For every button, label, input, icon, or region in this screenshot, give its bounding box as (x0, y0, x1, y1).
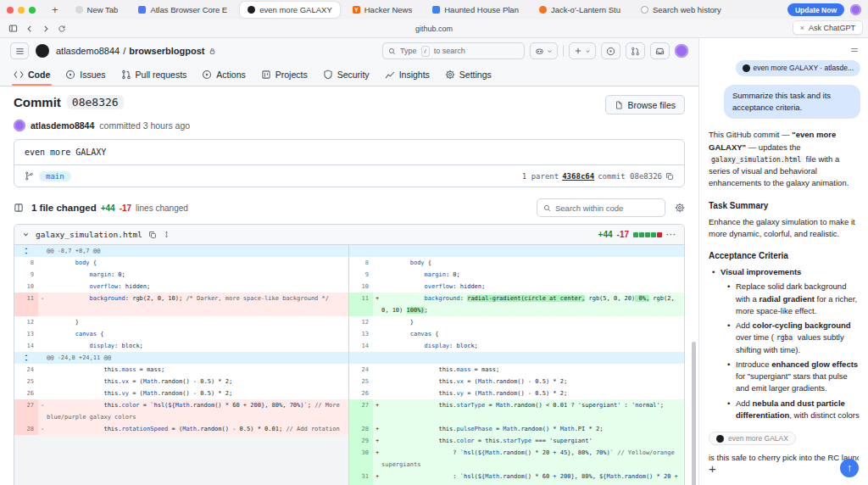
diff-cell-left: 10 overflow: hidden; (14, 281, 349, 293)
line-number[interactable]: 24 (349, 364, 373, 376)
page-scrollbar[interactable] (692, 342, 696, 485)
issues-button[interactable] (601, 42, 620, 59)
browse-files-button[interactable]: Browse files (605, 95, 685, 114)
copy-icon[interactable] (148, 231, 157, 239)
line-number[interactable]: 26 (14, 387, 38, 399)
line-number[interactable]: 10 (14, 281, 38, 293)
line-number[interactable]: 10 (349, 281, 373, 293)
line-number[interactable]: 9 (14, 269, 38, 281)
breadcrumb-repo[interactable]: browserblogpost (129, 46, 204, 56)
address-url[interactable]: github.com (170, 25, 698, 33)
close-icon[interactable]: × (800, 24, 804, 32)
expand-up-down-icon[interactable] (163, 230, 170, 239)
browser-profile-avatar[interactable] (850, 4, 861, 15)
chevron-down-icon[interactable] (22, 231, 30, 238)
diff-marker (38, 269, 47, 281)
line-number[interactable]: 24 (14, 364, 38, 376)
update-now-button[interactable]: Update Now (787, 3, 844, 16)
parent-sha-link[interactable]: 4368c64 (562, 172, 594, 181)
tab-even-more-galaxy[interactable]: even more GALAXY (240, 2, 340, 18)
create-new-button[interactable] (569, 42, 596, 59)
repo-tab-security[interactable]: Security (316, 64, 376, 86)
diff-marker (38, 364, 47, 376)
breadcrumb-owner[interactable]: atlasdemo8844 (56, 46, 120, 56)
diff-file-name[interactable]: galaxy_simulation.html (36, 230, 142, 239)
line-number[interactable]: 25 (349, 376, 373, 387)
diff-cell-right: 24 this.mass = mass; (349, 364, 684, 376)
line-number[interactable]: 12 (14, 316, 38, 328)
forward-icon[interactable] (42, 25, 50, 33)
github-logo-icon[interactable] (36, 44, 49, 58)
attach-plus-button[interactable]: + (709, 462, 716, 475)
files-changed-label[interactable]: 1 file changed (31, 203, 97, 213)
tab-jack-o-lantern-stu[interactable]: Jack-o'-Lantern Stu (531, 2, 628, 18)
line-number[interactable]: 26 (349, 387, 373, 399)
tab-haunted-house-plan[interactable]: Haunted House Plan (425, 2, 526, 18)
send-button[interactable]: ↑ (840, 459, 859, 477)
author-avatar[interactable] (14, 120, 25, 131)
chat-transcript[interactable]: even more GALAXY · atlasde... Summarize … (709, 60, 860, 424)
back-icon[interactable] (25, 25, 34, 33)
pull-requests-button[interactable] (626, 42, 645, 59)
diff-marker (38, 257, 47, 269)
repo-tab-pull-requests[interactable]: Pull requests (114, 64, 194, 86)
browse-files-label: Browse files (627, 100, 676, 110)
tab-search-web-history[interactable]: Search web history (633, 2, 729, 18)
context-chip[interactable]: even more GALAXY · atlasde... (736, 60, 860, 76)
tab-atlas-browser-core-e[interactable]: Atlas Browser Core E (131, 2, 235, 18)
chatgpt-sidebar: even more GALAXY · atlasde... Summarize … (698, 38, 868, 485)
github-user-avatar[interactable] (675, 44, 688, 58)
repo-tab-label: Issues (80, 70, 105, 80)
branch-badge[interactable]: main (39, 171, 71, 181)
reload-icon[interactable] (58, 25, 66, 33)
maximize-window-button[interactable] (29, 7, 36, 14)
code-line: this.vy = (Math.random() - 0.5) * 2; (47, 387, 348, 399)
repo-tab-settings[interactable]: Settings (438, 64, 498, 86)
line-number[interactable]: 25 (14, 376, 38, 387)
author-name[interactable]: atlasdemo8844 (31, 120, 94, 131)
github-page: atlasdemo8844 / browserblogpost Type / t… (0, 38, 698, 485)
diff-settings-gear-icon[interactable] (675, 203, 685, 213)
diff-marker: - (38, 293, 47, 316)
inbox-button[interactable] (650, 42, 670, 59)
github-search-input[interactable]: Type / to search (382, 42, 525, 59)
minimize-window-button[interactable] (18, 7, 25, 14)
line-number[interactable]: 13 (14, 328, 38, 340)
repo-tab-actions[interactable]: Actions (195, 64, 252, 86)
sidebar-toggle-icon[interactable] (8, 24, 18, 33)
repo-tab-label: Insights (399, 70, 430, 80)
line-number[interactable]: 12 (349, 316, 373, 328)
line-number[interactable]: 8 (349, 257, 373, 269)
file-header-right: +44 -17 ··· (598, 230, 676, 239)
file-options-kebab-icon[interactable]: ··· (666, 231, 676, 239)
expand-hunk-icon[interactable] (14, 352, 38, 364)
line-number[interactable]: 8 (14, 257, 38, 269)
expand-hunk-icon[interactable] (14, 245, 38, 257)
line-number: 30 (349, 447, 373, 471)
code-line: @@ -24,8 +24,11 @@ (47, 352, 348, 364)
copilot-button[interactable] (530, 42, 558, 59)
repo-tab-code[interactable]: Code (7, 64, 57, 86)
repo-tab-insights[interactable]: Insights (378, 64, 437, 86)
new-tab-button[interactable]: + (48, 4, 62, 15)
sidebar-options-icon[interactable] (849, 45, 860, 55)
tab-hacker-news[interactable]: YHacker News (345, 2, 420, 18)
close-window-button[interactable] (7, 7, 14, 14)
line-number[interactable]: 13 (349, 328, 373, 340)
file-diff-icon[interactable] (14, 203, 24, 213)
line-number[interactable]: 14 (14, 340, 38, 352)
acceptance-criteria-list: Visual improvementsReplace solid dark ba… (709, 266, 860, 424)
github-header: atlasdemo8844 / browserblogpost Type / t… (0, 38, 698, 64)
tab-label: Atlas Browser Core E (150, 5, 227, 14)
repo-tab-issues[interactable]: Issues (58, 64, 112, 86)
composer-context-chip[interactable]: even more GALAX (709, 432, 796, 445)
line-number[interactable]: 14 (349, 340, 373, 352)
repo-tab-projects[interactable]: Projects (254, 64, 314, 86)
hamburger-menu-icon[interactable] (10, 42, 29, 59)
line-number[interactable]: 9 (349, 269, 373, 281)
copy-icon[interactable] (665, 172, 674, 181)
diff-marker (38, 328, 47, 340)
tab-new-tab[interactable]: New Tab (68, 2, 126, 18)
search-within-code-input[interactable]: Search within code (537, 198, 665, 217)
ask-chatgpt-button[interactable]: × Ask ChatGPT (793, 20, 863, 35)
